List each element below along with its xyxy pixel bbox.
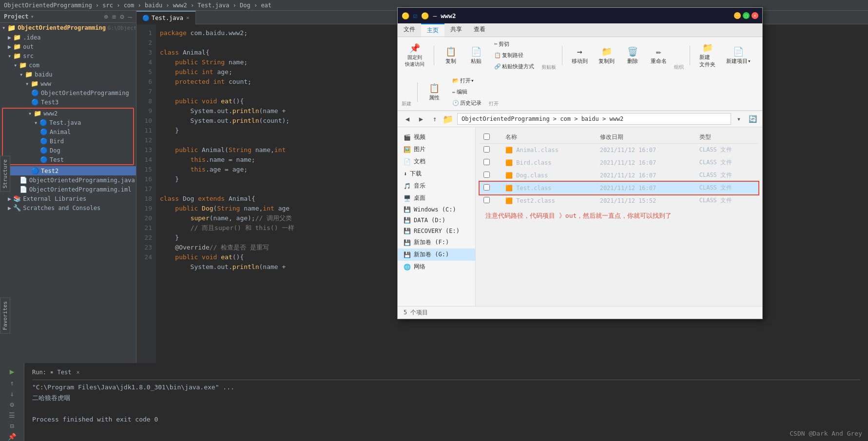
- col-name[interactable]: 名称: [502, 131, 596, 144]
- tree-baidu[interactable]: ▾ 📁 baidu: [0, 70, 136, 79]
- tree-root[interactable]: ▾ 📁 ObjectOrientedProgramming G:\ObjectO…: [0, 23, 136, 33]
- fe-sidebar-drive-g[interactable]: 💾 新加卷 (G:): [398, 249, 475, 261]
- fe-sidebar-pictures[interactable]: 🖼️ 图片: [398, 143, 475, 155]
- file-row-dog[interactable]: 🟧 Dog.class 2021/11/12 16:07 CLASS 文件: [480, 169, 758, 182]
- toolbar-cut-btn[interactable]: ✂️ 剪切: [491, 39, 538, 49]
- toolbar-copypath-btn[interactable]: 📋 复制路径: [491, 50, 538, 60]
- drive-c-label: Windows (C:): [414, 206, 456, 213]
- tree-testjava[interactable]: ▾ 🔵 Test.java: [3, 118, 133, 127]
- fe-close-btn[interactable]: ×: [752, 12, 758, 19]
- toolbar-newitem-btn[interactable]: 📄 新建项目▾: [723, 45, 754, 66]
- file-row-test[interactable]: 🟧 Test.class 2021/11/12 16:07 CLASS 文件: [480, 182, 758, 194]
- filter-button[interactable]: ☰: [9, 411, 15, 419]
- toolbar-rename-btn[interactable]: ✏️ 重命名: [647, 45, 670, 66]
- ribbon-tab-home[interactable]: 主页: [421, 23, 444, 37]
- tree-out[interactable]: ▶ 📁 out: [0, 42, 136, 51]
- tree-scratches[interactable]: ▶ 🔧 Scratches and Consoles: [0, 203, 136, 212]
- settings-run-button[interactable]: ⚙: [10, 401, 14, 408]
- tree-test[interactable]: 🔵 Test: [3, 155, 133, 164]
- address-dropdown-btn[interactable]: ▾: [733, 113, 745, 125]
- layout-button[interactable]: ⊟: [10, 422, 14, 430]
- scroll-up-button[interactable]: ↑: [10, 379, 14, 387]
- col-type[interactable]: 类型: [695, 131, 758, 144]
- file-checkbox[interactable]: [480, 194, 502, 207]
- nav-up-btn[interactable]: ↑: [429, 113, 441, 125]
- fe-sidebar-downloads[interactable]: ⬇️ 下载: [398, 168, 475, 180]
- tree-test3[interactable]: 🔵 Test3: [0, 97, 136, 107]
- fe-sidebar-desktop[interactable]: 🖥️ 桌面: [398, 192, 475, 204]
- edit-label: 编辑: [457, 88, 467, 96]
- tree-animal[interactable]: 🔵 Animal: [3, 127, 133, 136]
- pin-button[interactable]: 📌: [8, 433, 16, 441]
- settings-icon[interactable]: ⚙: [120, 13, 124, 20]
- toolbar-open-btn[interactable]: 📂 打开▾: [449, 76, 485, 86]
- col-date[interactable]: 修改日期: [596, 131, 695, 144]
- file-row-bird[interactable]: 🟧 Bird.class 2021/11/12 16:07 CLASS 文件: [480, 156, 758, 169]
- desktop-label: 桌面: [414, 194, 425, 202]
- fe-sidebar-drive-f[interactable]: 💾 新加卷 (F:): [398, 236, 475, 249]
- toolbar-edit-btn[interactable]: ✏️ 编辑: [449, 87, 485, 97]
- toolbar-history-btn[interactable]: 🕐 历史记录: [449, 98, 485, 108]
- sync-icon[interactable]: ⊕: [104, 13, 108, 20]
- tree-idea[interactable]: ▶ 📁 .idea: [0, 33, 136, 42]
- toolbar-copyto-btn[interactable]: 📁 复制到: [595, 45, 618, 66]
- file-checkbox[interactable]: [480, 156, 502, 169]
- ribbon-tab-view[interactable]: 查看: [468, 23, 491, 37]
- file-name: 🟧 Test.class: [502, 182, 596, 194]
- tree-src[interactable]: ▾ 📁 src: [0, 51, 136, 60]
- ribbon-tab-file[interactable]: 文件: [398, 23, 421, 37]
- minimize-icon[interactable]: —: [128, 13, 132, 20]
- toolbar-props-btn[interactable]: 📋 属性: [424, 81, 445, 103]
- tab-close[interactable]: ×: [186, 15, 190, 21]
- fe-sidebar-network[interactable]: 🌐 网络: [398, 261, 475, 273]
- fe-sidebar-drive-d[interactable]: 💾 DATA (D:): [398, 215, 475, 226]
- structure-tab[interactable]: Structure: [0, 156, 10, 192]
- favorites-tab[interactable]: Favorites: [0, 298, 10, 334]
- toolbar-pasteshortcut-btn[interactable]: 🔗 粘贴快捷方式: [491, 61, 538, 72]
- file-row-animal[interactable]: 🟧 Animal.class 2021/11/12 16:07 CLASS 文件: [480, 144, 758, 156]
- tree-dog[interactable]: 🔵 Dog: [3, 146, 133, 155]
- toolbar-pin-btn[interactable]: 📌 固定到快速访问: [402, 41, 428, 69]
- ribbon-tab-share[interactable]: 共享: [444, 23, 468, 37]
- address-box[interactable]: ObjectOrientedProgramming > com > baidu …: [457, 113, 731, 125]
- run-close[interactable]: ×: [76, 367, 79, 378]
- tree-www[interactable]: ▾ 📁 www: [0, 79, 136, 88]
- toolbar-moveto-btn[interactable]: → 移动到: [568, 45, 591, 66]
- folder-icon: 📁: [34, 110, 41, 117]
- file-checkbox[interactable]: [480, 169, 502, 182]
- file-row-test2[interactable]: 🟧 Test2.class 2021/11/12 15:52 CLASS 文件: [480, 194, 758, 207]
- address-refresh-btn[interactable]: 🔄: [747, 113, 758, 125]
- nav-back-btn[interactable]: ◀: [402, 113, 413, 125]
- fe-minimize-btn[interactable]: ─: [734, 12, 741, 19]
- tree-test2[interactable]: 🔵 Test2: [0, 166, 136, 175]
- collapse-icon[interactable]: ≡: [112, 13, 116, 20]
- tree-com[interactable]: ▾ 📁 com: [0, 60, 136, 70]
- oop-class-label: ObjectOrientedProgramming: [41, 90, 129, 96]
- tree-bird[interactable]: 🔵 Bird: [3, 136, 133, 146]
- expand-icon: ▾: [19, 71, 23, 78]
- file-type: CLASS 文件: [695, 169, 758, 182]
- tree-oop-class[interactable]: 🔵 ObjectOrientedProgramming: [0, 88, 136, 97]
- fe-sidebar-video[interactable]: 🎬 视频: [398, 131, 475, 143]
- fe-maximize-btn[interactable]: □: [743, 12, 750, 19]
- scroll-down-button[interactable]: ↓: [10, 390, 14, 398]
- toolbar-copy-btn[interactable]: 📋 复制: [440, 45, 462, 66]
- history-icon: 🕐: [452, 100, 459, 106]
- fe-sidebar-docs[interactable]: 📄 文档: [398, 155, 475, 168]
- nav-forward-btn[interactable]: ▶: [415, 113, 427, 125]
- tree-ext-libs[interactable]: ▶ 📚 External Libraries: [0, 194, 136, 203]
- tree-www2[interactable]: ▾ 📁 www2: [3, 109, 133, 118]
- select-all-checkbox[interactable]: [483, 134, 490, 140]
- toolbar-paste-btn[interactable]: 📄 粘贴: [465, 45, 487, 66]
- tab-testjava[interactable]: 🔵 Test.java ×: [136, 11, 196, 24]
- tree-oop-java[interactable]: 📄 ObjectOrientedProgramming.java: [0, 175, 136, 185]
- tree-oop-iml[interactable]: 📄 ObjectOrientedProgramming.iml: [0, 185, 136, 194]
- fe-sidebar-drive-e[interactable]: 💾 RECOVERY (E:): [398, 226, 475, 236]
- toolbar-newfolder-btn[interactable]: 📁 新建文件夹: [696, 41, 719, 70]
- file-checkbox[interactable]: [480, 182, 502, 194]
- fe-sidebar-music[interactable]: 🎵 音乐: [398, 180, 475, 192]
- run-button[interactable]: ▶: [10, 367, 15, 376]
- file-checkbox[interactable]: [480, 144, 502, 156]
- fe-sidebar-drive-c[interactable]: 💾 Windows (C:): [398, 204, 475, 215]
- toolbar-delete-btn[interactable]: 🗑️ 删除: [622, 45, 643, 66]
